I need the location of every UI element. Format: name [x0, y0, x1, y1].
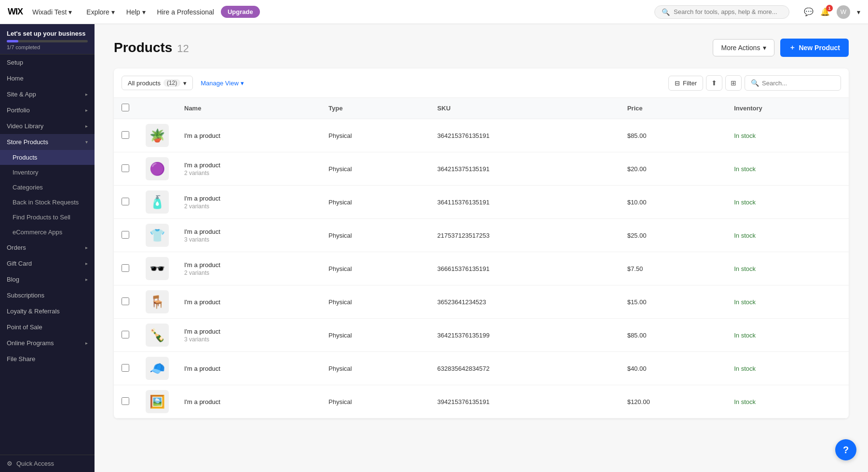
- chevron-down-icon[interactable]: ▾: [857, 8, 860, 16]
- product-name-cell[interactable]: I'm a product 3 variants: [176, 319, 321, 352]
- sidebar-item-label: Store Products: [7, 138, 48, 146]
- page-header: Products 12 More Actions ▾ ＋ New Product: [114, 39, 849, 57]
- row-checkbox[interactable]: [122, 164, 129, 172]
- row-checkbox-cell[interactable]: [114, 252, 138, 285]
- sidebar-item-store-products[interactable]: Store Products ▾: [0, 134, 95, 150]
- product-name-cell[interactable]: I'm a product 2 variants: [176, 252, 321, 285]
- row-checkbox-cell[interactable]: [114, 285, 138, 319]
- row-checkbox[interactable]: [122, 297, 129, 305]
- sidebar-item-blog[interactable]: Blog ▸: [0, 271, 95, 287]
- new-product-button[interactable]: ＋ New Product: [780, 39, 849, 57]
- row-checkbox-cell[interactable]: [114, 152, 138, 186]
- product-sku-cell: 364115376135191: [430, 186, 620, 219]
- explore-link[interactable]: Explore ▾: [81, 6, 119, 18]
- chevron-right-icon: ▸: [85, 123, 88, 129]
- user-avatar[interactable]: W: [837, 5, 850, 19]
- product-type-cell: Physical: [321, 152, 430, 186]
- messages-icon[interactable]: 💬: [804, 7, 814, 16]
- sidebar-sub-item-back-in-stock[interactable]: Back in Stock Requests: [0, 195, 95, 210]
- row-checkbox-cell[interactable]: [114, 385, 138, 418]
- progress-bar-fill: [7, 40, 18, 42]
- progress-bar-bg: [7, 40, 88, 42]
- sidebar-item-online-programs[interactable]: Online Programs ▸: [0, 335, 95, 351]
- global-search-bar[interactable]: 🔍: [654, 5, 789, 19]
- row-checkbox-cell[interactable]: [114, 186, 138, 219]
- upgrade-button[interactable]: Upgrade: [221, 6, 260, 18]
- sidebar-item-site-app[interactable]: Site & App ▸: [0, 86, 95, 102]
- table-row: 🍾 I'm a product 3 variants Physical 3642…: [114, 319, 849, 352]
- sidebar-item-home[interactable]: Home: [0, 70, 95, 86]
- sidebar-item-point-of-sale[interactable]: Point of Sale: [0, 319, 95, 335]
- row-checkbox[interactable]: [122, 364, 129, 372]
- sidebar-item-loyalty-referrals[interactable]: Loyalty & Referrals: [0, 303, 95, 319]
- inventory-col-header: Inventory: [726, 98, 849, 119]
- row-checkbox-cell[interactable]: [114, 352, 138, 385]
- hire-professional-link[interactable]: Hire a Professional: [152, 6, 219, 18]
- select-all-checkbox[interactable]: [122, 104, 129, 111]
- sidebar-item-label: File Share: [7, 355, 35, 363]
- sidebar-sub-item-ecommerce-apps[interactable]: eCommerce Apps: [0, 225, 95, 240]
- table-row: 🕶️ I'm a product 2 variants Physical 366…: [114, 252, 849, 285]
- sidebar-item-video-library[interactable]: Video Library ▸: [0, 118, 95, 134]
- filter-icon: ⊟: [675, 80, 680, 87]
- sidebar-item-subscriptions[interactable]: Subscriptions: [0, 287, 95, 303]
- table-row: 🪴 I'm a product Physical 364215376135191…: [114, 119, 849, 152]
- columns-button[interactable]: ⊞: [725, 75, 742, 91]
- more-actions-button[interactable]: More Actions ▾: [713, 39, 774, 56]
- help-label: Help: [126, 8, 140, 16]
- manage-view-label: Manage View: [201, 80, 239, 87]
- sidebar-sub-item-find-products[interactable]: Find Products to Sell: [0, 210, 95, 225]
- site-name-button[interactable]: Wixadi Test ▾: [32, 8, 72, 16]
- row-checkbox-cell[interactable]: [114, 219, 138, 252]
- product-name-text: I'm a product: [184, 298, 313, 306]
- filter-button[interactable]: ⊟ Filter: [668, 76, 703, 91]
- product-name-cell[interactable]: I'm a product: [176, 285, 321, 319]
- filter-dropdown-label: All products: [128, 80, 161, 87]
- help-button[interactable]: ?: [835, 439, 856, 460]
- sidebar-item-portfolio[interactable]: Portfolio ▸: [0, 102, 95, 118]
- row-checkbox[interactable]: [122, 397, 129, 405]
- product-name-cell[interactable]: I'm a product: [176, 352, 321, 385]
- notifications-icon[interactable]: 🔔 1: [820, 7, 830, 16]
- sidebar-sub-item-products[interactable]: Products: [0, 150, 95, 165]
- help-link[interactable]: Help ▾: [122, 6, 150, 18]
- row-checkbox[interactable]: [122, 231, 129, 239]
- sidebar-sub-item-categories[interactable]: Categories: [0, 180, 95, 195]
- product-name-cell[interactable]: I'm a product 2 variants: [176, 186, 321, 219]
- manage-view-button[interactable]: Manage View ▾: [197, 77, 248, 90]
- sidebar-sub-item-label: Inventory: [13, 169, 38, 176]
- product-search-input[interactable]: [762, 80, 835, 87]
- select-all-header[interactable]: [114, 98, 138, 119]
- filter-dropdown[interactable]: All products (12) ▾: [122, 76, 193, 90]
- product-image-cell: 🍾: [138, 319, 176, 352]
- row-checkbox[interactable]: [122, 331, 129, 338]
- product-price-cell: $85.00: [620, 319, 727, 352]
- row-checkbox[interactable]: [122, 198, 129, 205]
- product-name-cell[interactable]: I'm a product 3 variants: [176, 219, 321, 252]
- sidebar-item-label: Portfolio: [7, 107, 30, 114]
- product-image: 🟣: [146, 157, 169, 180]
- product-image-cell: 🧴: [138, 186, 176, 219]
- product-name-cell[interactable]: I'm a product: [176, 119, 321, 152]
- sidebar-item-gift-card[interactable]: Gift Card ▸: [0, 256, 95, 271]
- sidebar-item-file-share[interactable]: File Share: [0, 351, 95, 367]
- sidebar-item-orders[interactable]: Orders ▸: [0, 240, 95, 256]
- row-checkbox-cell[interactable]: [114, 319, 138, 352]
- row-checkbox[interactable]: [122, 264, 129, 272]
- search-icon: 🔍: [662, 8, 670, 16]
- export-button[interactable]: ⬆: [706, 75, 722, 91]
- sidebar-item-label: Home: [7, 75, 24, 82]
- row-checkbox-cell[interactable]: [114, 119, 138, 152]
- quick-access-button[interactable]: ⚙ Quick Access: [7, 460, 88, 467]
- plus-icon: ＋: [789, 43, 796, 52]
- global-search-input[interactable]: [674, 8, 782, 15]
- product-name-cell[interactable]: I'm a product: [176, 385, 321, 418]
- sidebar-sub-item-label: Find Products to Sell: [13, 214, 70, 221]
- product-image: 👕: [146, 224, 169, 247]
- product-name-cell[interactable]: I'm a product 2 variants: [176, 152, 321, 186]
- sidebar-item-setup[interactable]: Setup: [0, 54, 95, 70]
- row-checkbox[interactable]: [122, 131, 129, 139]
- sidebar-sub-item-inventory[interactable]: Inventory: [0, 165, 95, 180]
- product-search-bar[interactable]: 🔍: [745, 75, 841, 91]
- type-col-header: Type: [321, 98, 430, 119]
